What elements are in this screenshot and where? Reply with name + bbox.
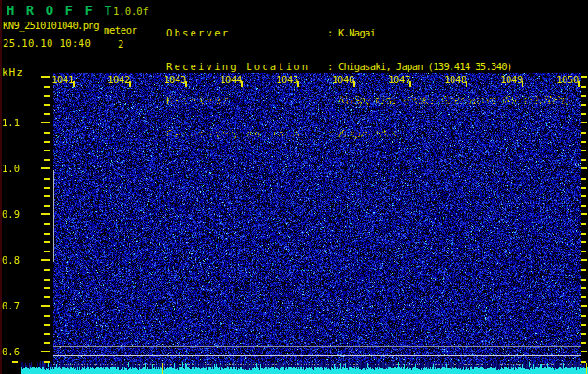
freq-minor-tick-left [44, 296, 50, 298]
freq-minor-tick-left [44, 279, 50, 280]
freq-minor-tick-left [44, 233, 50, 235]
freq-minor-tick-left [44, 187, 50, 189]
info-value: K.Nagai [338, 27, 375, 38]
freq-minor-tick-right [581, 113, 586, 115]
hrofft-window: H R O F F T 1.0.0f KN9_2510101040.png me… [0, 0, 588, 374]
time-minute-tick [522, 81, 523, 87]
time-minute-tick [129, 81, 131, 87]
freq-major-tick-right [581, 351, 587, 352]
freq-tick-label: 0.8 [2, 254, 20, 266]
time-minute-tick [578, 81, 580, 87]
freq-tick-label: 0.6 [2, 346, 20, 357]
freq-minor-tick-left [44, 141, 50, 143]
freq-minor-tick-left [44, 269, 50, 271]
info-label: Receiving Location [166, 62, 327, 71]
freq-minor-tick-left [44, 223, 50, 225]
freq-minor-tick-right [581, 223, 586, 225]
freq-minor-tick-right [581, 251, 586, 252]
time-minute-tick [185, 81, 187, 87]
freq-minor-tick-left [44, 315, 50, 317]
freq-major-tick-right [581, 305, 587, 307]
freq-minor-tick-left [44, 132, 50, 134]
freq-minor-tick-right [581, 361, 586, 363]
freq-major-tick-right [581, 259, 587, 261]
freq-minor-tick-right [581, 333, 586, 335]
freq-minor-tick-right [581, 132, 586, 134]
time-minute-tick [241, 81, 243, 87]
freq-minor-tick-left [44, 287, 50, 289]
freq-major-tick-left [41, 259, 50, 261]
freq-major-tick-right [581, 213, 587, 215]
freq-minor-tick-right [581, 205, 586, 207]
freq-major-tick-left [41, 305, 50, 307]
freq-minor-tick-right [581, 233, 586, 235]
freq-minor-tick-left [44, 324, 50, 326]
app-version: 1.0.0f [113, 6, 149, 17]
freq-tick-label: 0.7 [2, 300, 20, 311]
freq-major-tick-left [41, 213, 50, 215]
timestamp-label: 25.10.10 10:40 [3, 37, 91, 49]
freq-minor-tick-left [44, 333, 50, 335]
time-minute-tick [297, 81, 299, 87]
freq-minor-tick-left [44, 205, 50, 207]
freq-minor-tick-left [44, 241, 50, 243]
freq-minor-tick-right [581, 95, 586, 97]
freq-minor-tick-right [581, 296, 586, 298]
freq-minor-tick-left [44, 86, 50, 88]
spectrogram-canvas [21, 73, 588, 374]
meteor-counter-label: meteor [104, 24, 137, 36]
freq-minor-tick-right [581, 195, 586, 197]
info-label: Observer [166, 28, 327, 37]
freq-tick-label: 1.1 [2, 117, 20, 128]
freq-minor-tick-right [581, 86, 586, 88]
freq-major-tick-left [41, 122, 50, 123]
freq-minor-tick-right [581, 342, 586, 344]
freq-minor-tick-right [581, 269, 586, 271]
freq-minor-tick-left [44, 342, 50, 344]
freq-minor-tick-right [581, 104, 586, 106]
info-row-location: Receiving Location:Chigasaki, Japan (139… [166, 62, 569, 71]
freq-minor-tick-left [44, 113, 50, 115]
freq-tick-label: 1.0 [2, 163, 20, 174]
freq-minor-tick-right [581, 187, 586, 189]
bar-scale-tick [12, 361, 18, 363]
freq-minor-tick-right [581, 141, 586, 143]
freq-major-tick-right [581, 167, 587, 169]
time-minute-tick [73, 81, 75, 87]
info-row-observer: Observer:K.Nagai [166, 28, 569, 37]
freq-tick-label: 0.9 [2, 209, 20, 220]
time-minute-tick [466, 81, 467, 87]
freq-minor-tick-right [581, 159, 586, 161]
freq-minor-tick-right [581, 279, 586, 280]
freq-major-tick-right [581, 122, 587, 123]
freq-minor-tick-left [44, 159, 50, 161]
filename-label: KN9_2510101040.png [3, 20, 99, 31]
freq-minor-tick-right [581, 315, 586, 317]
freq-minor-tick-left [44, 178, 50, 180]
freq-minor-tick-left [44, 150, 50, 151]
freq-minor-tick-right [581, 241, 586, 243]
meteor-count-value: 2 [118, 38, 123, 50]
freq-minor-tick-right [581, 178, 586, 180]
freq-minor-tick-right [581, 324, 586, 326]
freq-major-tick-left [41, 351, 50, 352]
freq-minor-tick-left [44, 95, 50, 97]
time-minute-tick [353, 81, 355, 87]
left-edge-line [0, 0, 2, 374]
freq-minor-tick-right [581, 150, 586, 151]
freq-major-tick-left [41, 167, 50, 169]
time-minute-tick [409, 81, 411, 87]
freq-minor-tick-left [44, 104, 50, 106]
freq-minor-tick-left [44, 195, 50, 197]
freq-minor-tick-right [581, 287, 586, 289]
app-title: H R O F F T [7, 3, 114, 18]
info-value: Chigasaki, Japan (139.414 35.340) [338, 61, 512, 72]
freq-minor-tick-left [44, 361, 50, 363]
freq-minor-tick-left [44, 251, 50, 252]
